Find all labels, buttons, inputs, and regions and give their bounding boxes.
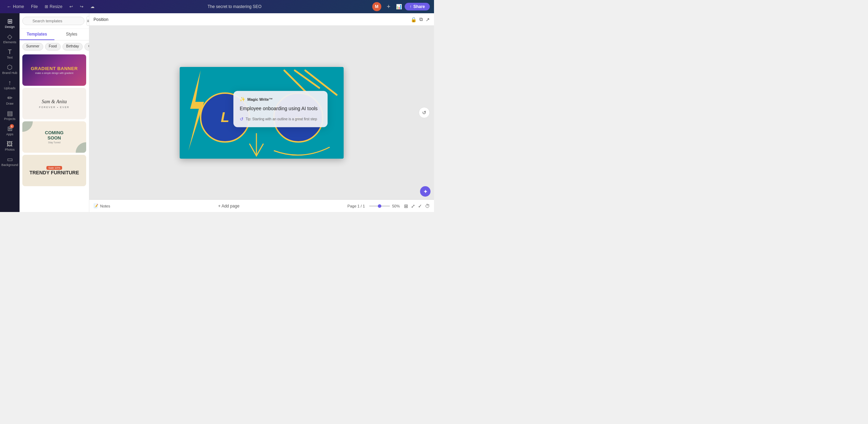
save-status-button[interactable]: ☁ bbox=[88, 3, 97, 10]
draw-icon: ✏ bbox=[7, 95, 13, 101]
refresh-icon: ↺ bbox=[422, 110, 426, 115]
template-preview-coming: COMING SOON Stay Tuned bbox=[22, 121, 86, 153]
redo-icon: ↪ bbox=[80, 4, 83, 9]
chip-food[interactable]: Food bbox=[45, 43, 61, 51]
tip-icon: ↺ bbox=[240, 116, 244, 121]
notes-label: Notes bbox=[100, 204, 110, 208]
grid-icon[interactable]: ⊞ bbox=[404, 203, 408, 209]
sidebar-item-label: Brand Hub bbox=[2, 71, 17, 75]
check-icon[interactable]: ✓ bbox=[418, 203, 422, 209]
template-preview-furniture: Sale 10% TRENDY FURNITURE bbox=[22, 155, 86, 186]
sidebar-item-background[interactable]: ▭ Background bbox=[1, 154, 19, 169]
styles-tab-label: Styles bbox=[66, 32, 77, 37]
refresh-button[interactable]: ↺ bbox=[419, 107, 430, 118]
template-sale: Sale 10% bbox=[46, 166, 62, 170]
cloud-icon: ☁ bbox=[90, 4, 95, 9]
topbar-center: The secret to mastering SEO bbox=[100, 4, 369, 9]
sidebar-item-brand-hub[interactable]: ⬡ Brand Hub bbox=[1, 62, 19, 77]
notes-icon: 📝 bbox=[93, 204, 98, 208]
magic-write-header: ✨ Magic Write™ bbox=[240, 97, 321, 102]
brand-hub-icon: ⬡ bbox=[7, 64, 13, 70]
resize-button[interactable]: ⊞ Resize bbox=[42, 3, 65, 10]
background-icon: ▭ bbox=[7, 156, 13, 162]
expand-icon[interactable]: ⤢ bbox=[411, 203, 415, 209]
add-page-button[interactable]: + Add page bbox=[218, 204, 239, 209]
topbar-right: M + 📊 ↑ Share bbox=[372, 2, 430, 11]
timer-icon[interactable]: ⏱ bbox=[425, 203, 430, 209]
user-avatar[interactable]: M bbox=[372, 2, 381, 11]
template-card[interactable]: COMING SOON Stay Tuned bbox=[22, 121, 86, 153]
design-icon: ⊞ bbox=[7, 18, 13, 24]
svg-line-1 bbox=[295, 70, 319, 88]
share-icon: ↑ bbox=[410, 4, 412, 9]
file-label: File bbox=[31, 4, 38, 9]
magic-wand-icon: ✨ bbox=[240, 97, 245, 102]
photos-icon: 🖼 bbox=[7, 141, 13, 147]
tab-styles[interactable]: Styles bbox=[54, 29, 89, 40]
sidebar-item-photos[interactable]: 🖼 Photos bbox=[1, 139, 19, 153]
redo-button[interactable]: ↪ bbox=[77, 3, 86, 10]
copy-icon[interactable]: ⧉ bbox=[419, 16, 423, 22]
chip-birthday[interactable]: Birthday bbox=[62, 43, 83, 51]
sidebar-item-label: Apps bbox=[6, 132, 14, 136]
template-card[interactable]: GRADIENT BANNER make a simple design wit… bbox=[22, 54, 86, 86]
undo-button[interactable]: ↩ bbox=[67, 3, 75, 10]
elements-icon: ◇ bbox=[7, 33, 12, 40]
template-preview-wedding: Sam & Anita FOREVER • EVER bbox=[22, 88, 86, 119]
sidebar-item-elements[interactable]: ◇ Elements bbox=[1, 31, 19, 46]
sidebar-item-apps[interactable]: ⊞ 3 Apps bbox=[1, 123, 19, 138]
template-sub2: Stay Tuned bbox=[48, 141, 60, 144]
chip-collage[interactable]: Collage bbox=[84, 43, 89, 51]
filter-button[interactable]: ≡ bbox=[87, 16, 89, 26]
sidebar-item-draw[interactable]: ✏ Draw bbox=[1, 93, 19, 107]
add-collaborator-button[interactable]: + bbox=[384, 2, 393, 11]
filter-icon: ≡ bbox=[87, 18, 89, 23]
template-card[interactable]: Sale 10% TRENDY FURNITURE bbox=[22, 155, 86, 186]
analytics-button[interactable]: 📊 bbox=[396, 4, 402, 9]
chip-summer[interactable]: Summer bbox=[22, 43, 43, 51]
template-card[interactable]: Sam & Anita FOREVER • EVER bbox=[22, 88, 86, 119]
share-button[interactable]: ↑ Share bbox=[405, 3, 430, 10]
resize-icon: ⊞ bbox=[45, 4, 48, 9]
template-furniture-title: TRENDY FURNITURE bbox=[29, 170, 79, 175]
deco-corner-tl bbox=[22, 121, 33, 132]
magic-write-title: Magic Write™ bbox=[247, 97, 273, 101]
position-label: Position bbox=[93, 17, 108, 22]
main-layout: ⊞ Design ◇ Elements T Text ⬡ Brand Hub ↑… bbox=[0, 13, 434, 212]
notes-button[interactable]: 📝 Notes bbox=[93, 204, 110, 208]
tab-templates[interactable]: Templates bbox=[20, 29, 54, 40]
lock-icon[interactable]: 🔒 bbox=[411, 17, 417, 22]
export-icon[interactable]: ↗ bbox=[426, 17, 430, 22]
help-button[interactable]: ✦ bbox=[420, 186, 431, 197]
undo-icon: ↩ bbox=[69, 4, 73, 9]
template-preview-gradient: GRADIENT BANNER make a simple design wit… bbox=[22, 54, 86, 86]
sidebar-item-label: Background bbox=[1, 163, 18, 167]
home-label: Home bbox=[13, 4, 24, 9]
template-coming-soon: COMING SOON bbox=[45, 130, 63, 141]
topbar-left: ← Home File ⊞ Resize ↩ ↪ ☁ bbox=[4, 3, 97, 10]
home-button[interactable]: ← Home bbox=[4, 3, 27, 10]
sidebar-item-label: Draw bbox=[6, 102, 13, 105]
analytics-icon: 📊 bbox=[396, 4, 402, 9]
templates-tab-label: Templates bbox=[27, 32, 47, 37]
sidebar-item-text[interactable]: T Text bbox=[1, 47, 19, 61]
home-icon: ← bbox=[7, 4, 12, 9]
tip-text: Tip: Starting with an outline is a great… bbox=[246, 117, 317, 121]
projects-icon: ▤ bbox=[7, 110, 13, 116]
zoom-slider[interactable] bbox=[369, 205, 390, 207]
magic-write-tip: ↺ Tip: Starting with an outline is a gre… bbox=[240, 116, 321, 121]
document-title: The secret to mastering SEO bbox=[208, 4, 262, 9]
sidebar-item-uploads[interactable]: ↑ Uploads bbox=[1, 77, 19, 92]
search-input[interactable] bbox=[22, 17, 84, 25]
left-panel: 🔍 ≡ Templates Styles Summer Food Bir bbox=[20, 13, 89, 212]
magic-write-dialog: ✨ Magic Write™ Employee onboarding using… bbox=[233, 91, 328, 127]
bottom-icons: ⊞ ⤢ ✓ ⏱ bbox=[404, 203, 430, 209]
zoom-level: 50% bbox=[392, 204, 400, 208]
add-page-label: + Add page bbox=[218, 204, 239, 209]
topbar: ← Home File ⊞ Resize ↩ ↪ ☁ The secret to… bbox=[0, 0, 434, 13]
sidebar-item-label: Design bbox=[5, 25, 15, 29]
sidebar-item-design[interactable]: ⊞ Design bbox=[1, 16, 19, 31]
canvas-slide[interactable]: L ∞ ✨ Magic Write™ Employee o bbox=[180, 67, 344, 159]
file-button[interactable]: File bbox=[29, 3, 40, 10]
sidebar-item-projects[interactable]: ▤ Projects bbox=[1, 108, 19, 123]
